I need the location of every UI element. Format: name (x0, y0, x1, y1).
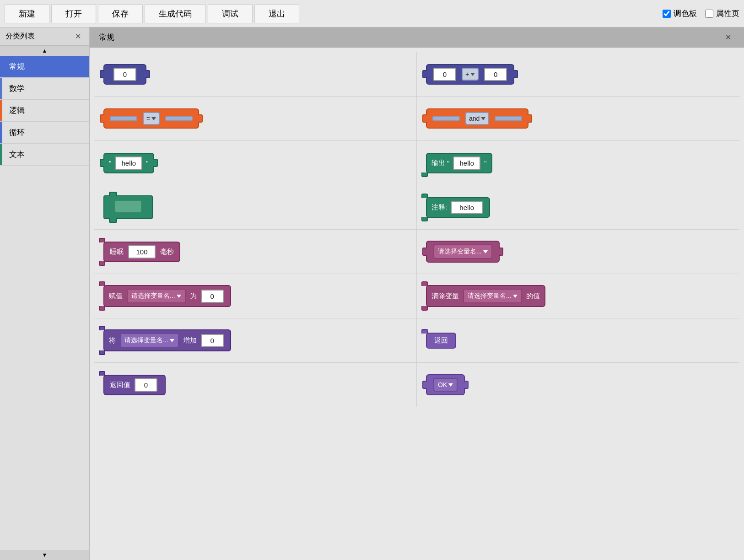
panel-cell-increment: 将 请选择变量名... 增加 0 (94, 318, 417, 362)
block-math-op[interactable]: 0 + 0 (426, 64, 514, 85)
block-number-value[interactable]: 0 (103, 64, 146, 85)
assign-val[interactable]: 0 (201, 290, 224, 303)
block-number-input[interactable]: 0 (113, 68, 136, 81)
panel-row-1: 0 0 + 0 (94, 52, 739, 97)
sidebar-item-loop[interactable]: 循环 (0, 122, 89, 144)
sidebar-item-general-label: 常规 (9, 61, 25, 72)
sidebar: 分类列表 ✕ ▲ 常规 数学 逻辑 循环 (0, 27, 90, 560)
block-clear-var[interactable]: 清除变量 请选择变量名... 的值 (426, 285, 545, 307)
block-math-op-label: + (465, 70, 469, 78)
panel-cell-sleep: 睡眠 100 毫秒 (94, 230, 417, 274)
block-logic-val2[interactable] (495, 116, 522, 121)
increment-op-label: 增加 (183, 336, 197, 345)
palette-checkbox[interactable] (663, 10, 671, 18)
block-stub-inner (114, 200, 142, 213)
block-return[interactable]: 返回 (426, 333, 456, 349)
block-compare-op-label: = (146, 115, 150, 122)
new-button[interactable]: 新建 (5, 4, 49, 23)
panel-cell-math-op: 0 + 0 (417, 52, 739, 96)
panel-cell-number-value: 0 (94, 52, 417, 96)
ok-dropdown[interactable]: OK (433, 378, 458, 392)
sidebar-item-math[interactable]: 数学 (0, 78, 89, 100)
block-ok-dropdown[interactable]: OK (426, 374, 465, 395)
block-var-select-dropdown[interactable]: 请选择变量名... (433, 244, 492, 259)
exit-button[interactable]: 退出 (254, 4, 299, 23)
return-val-input[interactable]: 0 (135, 378, 157, 392)
block-compare-val2[interactable] (165, 116, 193, 121)
block-logic-val1[interactable] (432, 116, 460, 121)
block-increment[interactable]: 将 请选择变量名... 增加 0 (103, 329, 231, 351)
assign-var-dropdown[interactable]: 请选择变量名... (127, 289, 186, 303)
properties-checkbox[interactable] (705, 10, 713, 18)
sidebar-item-general[interactable]: 常规 (0, 56, 89, 78)
panel-content: 0 0 + 0 (90, 48, 744, 560)
increment-var-label: 请选择变量名... (124, 336, 168, 345)
assign-var-label: 请选择变量名... (131, 292, 175, 300)
clear-var-dropdown-label: 请选择变量名... (468, 292, 512, 300)
block-compare[interactable]: = (103, 108, 199, 129)
block-return-val[interactable]: 返回值 0 (103, 375, 166, 395)
panel-row-5: 睡眠 100 毫秒 请选择变量名... (94, 230, 739, 274)
panel-cell-return: 返回 (417, 318, 739, 362)
block-logic-op[interactable]: and (426, 108, 528, 129)
toolbar: 新建 打开 保存 生成代码 调试 退出 调色板 属性页 (0, 0, 744, 27)
properties-label: 属性页 (716, 8, 739, 19)
sidebar-item-text[interactable]: 文本 (0, 144, 89, 166)
increment-label: 将 (109, 336, 116, 345)
block-print-val[interactable]: hello (453, 156, 480, 170)
panel-close-button[interactable]: ✕ (722, 32, 735, 43)
block-string-value[interactable]: " hello " (103, 153, 154, 173)
block-compare-op-dropdown[interactable]: = (143, 112, 160, 125)
block-var-select[interactable]: 请选择变量名... (426, 241, 500, 263)
palette-checkbox-label[interactable]: 调色板 (663, 8, 697, 19)
sidebar-scroll-down[interactable]: ▼ (0, 550, 89, 560)
properties-checkbox-label[interactable]: 属性页 (705, 8, 739, 19)
block-print[interactable]: 输出 " hello " (426, 153, 492, 173)
comment-label: 注释: (431, 203, 447, 212)
string-quote1: " (109, 159, 111, 167)
block-comment-val[interactable]: hello (451, 201, 483, 214)
block-sleep[interactable]: 睡眠 100 毫秒 (103, 242, 180, 262)
string-quote2: " (146, 159, 148, 167)
ok-arrow (448, 383, 453, 387)
sidebar-close-button[interactable]: ✕ (72, 31, 84, 42)
panel-cell-ok: OK (417, 363, 739, 407)
block-assign[interactable]: 赋值 请选择变量名... 为 0 (103, 285, 231, 307)
generate-code-button[interactable]: 生成代码 (145, 4, 206, 23)
panel-row-6: 赋值 请选择变量名... 为 0 (94, 274, 739, 318)
clear-var-suffix: 的值 (526, 292, 540, 301)
panel-row-7: 将 请选择变量名... 增加 0 (94, 318, 739, 363)
increment-val[interactable]: 0 (201, 334, 224, 347)
print-label: 输出 (431, 159, 445, 167)
block-logic-op-dropdown[interactable]: and (465, 112, 489, 125)
block-math-val2[interactable]: 0 (484, 68, 507, 81)
increment-var-arrow (170, 339, 174, 342)
block-compare-val1[interactable] (110, 116, 137, 121)
sidebar-item-math-label: 数学 (9, 83, 25, 94)
sleep-unit: 毫秒 (160, 248, 174, 256)
logic-op-arrow (481, 117, 485, 120)
block-math-op-dropdown[interactable]: + (462, 68, 479, 81)
panel-row-4: 注释: hello (94, 185, 739, 230)
clear-var-arrow (513, 295, 518, 298)
toolbar-options: 调色板 属性页 (663, 8, 739, 19)
open-button[interactable]: 打开 (51, 4, 96, 23)
palette-label: 调色板 (674, 8, 697, 19)
sidebar-scroll-up[interactable]: ▲ (0, 46, 89, 56)
block-math-val1[interactable]: 0 (433, 68, 456, 81)
block-sleep-val[interactable]: 100 (128, 245, 156, 258)
block-comment[interactable]: 注释: hello (426, 197, 490, 218)
save-button[interactable]: 保存 (98, 4, 143, 23)
block-logic-op-label: and (469, 115, 480, 122)
sidebar-item-logic[interactable]: 逻辑 (0, 100, 89, 122)
increment-var-dropdown[interactable]: 请选择变量名... (120, 333, 179, 348)
assign-var-arrow (177, 295, 181, 298)
clear-var-dropdown[interactable]: 请选择变量名... (463, 289, 522, 303)
block-stub[interactable] (103, 195, 153, 219)
compare-op-arrow (151, 117, 156, 120)
return-val-label: 返回值 (110, 381, 130, 389)
panel-row-3: " hello " 输出 " hello " (94, 141, 739, 185)
block-string-val[interactable]: hello (115, 156, 142, 170)
sidebar-header: 分类列表 ✕ (0, 27, 89, 46)
debug-button[interactable]: 调试 (208, 4, 253, 23)
